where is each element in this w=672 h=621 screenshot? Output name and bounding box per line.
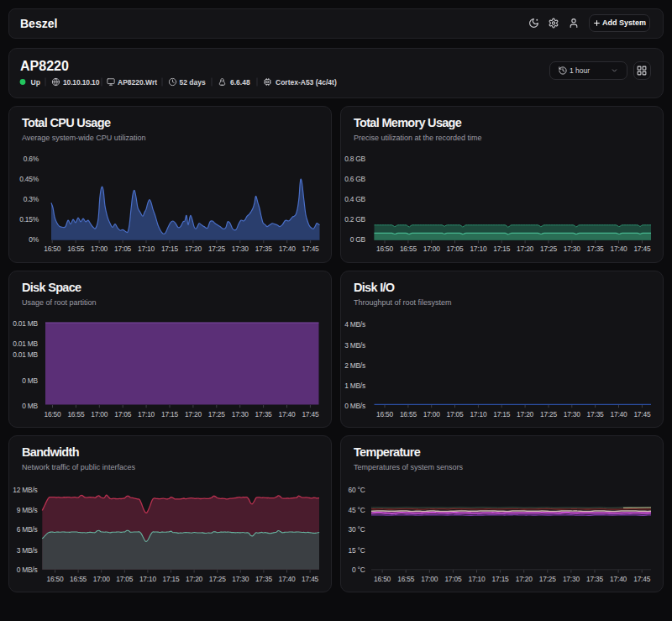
svg-text:17:20: 17:20: [185, 410, 202, 418]
svg-text:17:35: 17:35: [586, 575, 604, 583]
svg-text:16:50: 16:50: [376, 245, 394, 253]
svg-text:17:15: 17:15: [161, 245, 179, 253]
svg-text:17:25: 17:25: [539, 575, 557, 583]
svg-text:17:05: 17:05: [447, 245, 465, 253]
svg-text:17:10: 17:10: [138, 410, 155, 418]
svg-text:0.01 MB: 0.01 MB: [13, 339, 38, 348]
svg-text:0.01 MB: 0.01 MB: [13, 319, 38, 328]
svg-text:16:55: 16:55: [400, 245, 417, 253]
svg-text:17:30: 17:30: [563, 575, 580, 583]
svg-text:16:50: 16:50: [374, 575, 391, 583]
svg-text:0.4 GB: 0.4 GB: [344, 195, 365, 203]
svg-text:15 °C: 15 °C: [348, 546, 365, 555]
svg-text:0.01 MB: 0.01 MB: [13, 350, 38, 359]
svg-text:17:05: 17:05: [447, 410, 465, 418]
svg-text:17:30: 17:30: [232, 245, 249, 253]
svg-text:0.6 GB: 0.6 GB: [344, 175, 365, 183]
svg-text:17:35: 17:35: [587, 410, 605, 418]
svg-text:16:55: 16:55: [400, 410, 417, 418]
svg-text:0 MB: 0 MB: [22, 402, 38, 410]
svg-text:0.3%: 0.3%: [24, 195, 39, 203]
svg-text:17:10: 17:10: [470, 410, 487, 418]
svg-text:0 MB/s: 0 MB/s: [344, 402, 365, 410]
svg-text:30 °C: 30 °C: [348, 525, 365, 534]
svg-text:17:15: 17:15: [161, 410, 179, 418]
svg-text:17:45: 17:45: [302, 245, 320, 253]
svg-text:17:10: 17:10: [470, 245, 487, 253]
svg-text:1 MB/s: 1 MB/s: [344, 382, 365, 390]
svg-text:17:00: 17:00: [93, 575, 111, 583]
svg-text:17:20: 17:20: [186, 575, 203, 583]
svg-text:17:40: 17:40: [611, 410, 628, 418]
svg-text:17:20: 17:20: [516, 575, 533, 583]
svg-text:17:45: 17:45: [633, 410, 651, 418]
svg-text:3 MB/s: 3 MB/s: [17, 546, 38, 555]
svg-text:0%: 0%: [29, 235, 39, 244]
svg-text:17:25: 17:25: [208, 410, 226, 418]
svg-text:17:30: 17:30: [232, 410, 249, 418]
svg-text:0 MB: 0 MB: [22, 376, 38, 385]
svg-text:17:10: 17:10: [138, 245, 155, 253]
svg-text:17:05: 17:05: [116, 575, 134, 583]
svg-text:17:00: 17:00: [91, 245, 108, 253]
svg-text:17:35: 17:35: [587, 245, 605, 253]
svg-text:17:25: 17:25: [540, 410, 558, 418]
svg-text:17:40: 17:40: [279, 245, 297, 253]
svg-text:16:55: 16:55: [67, 245, 85, 253]
svg-text:17:00: 17:00: [91, 410, 108, 418]
svg-text:17:00: 17:00: [423, 410, 441, 418]
svg-text:17:20: 17:20: [517, 410, 534, 418]
svg-text:17:35: 17:35: [255, 410, 273, 418]
svg-text:0.6%: 0.6%: [24, 155, 39, 163]
svg-text:17:30: 17:30: [232, 575, 249, 583]
svg-text:17:05: 17:05: [444, 575, 462, 583]
svg-text:4 MB/s: 4 MB/s: [344, 320, 365, 329]
svg-text:16:55: 16:55: [397, 575, 415, 583]
svg-text:45 °C: 45 °C: [348, 506, 365, 514]
svg-text:17:40: 17:40: [279, 410, 297, 418]
svg-text:17:35: 17:35: [255, 245, 273, 253]
svg-text:16:50: 16:50: [47, 575, 65, 583]
svg-text:17:30: 17:30: [564, 410, 581, 418]
svg-text:17:45: 17:45: [633, 575, 651, 583]
svg-text:0.45%: 0.45%: [19, 175, 39, 183]
svg-text:17:05: 17:05: [114, 410, 132, 418]
svg-text:0 MB/s: 0 MB/s: [17, 566, 38, 574]
svg-text:16:55: 16:55: [67, 410, 85, 418]
svg-text:17:25: 17:25: [540, 245, 558, 253]
svg-text:17:00: 17:00: [421, 575, 438, 583]
svg-text:3 MB/s: 3 MB/s: [344, 341, 365, 350]
svg-text:17:05: 17:05: [114, 245, 132, 253]
svg-text:17:10: 17:10: [139, 575, 157, 583]
svg-text:17:40: 17:40: [610, 575, 627, 583]
svg-text:17:30: 17:30: [564, 245, 581, 253]
svg-text:16:50: 16:50: [45, 410, 62, 418]
svg-text:17:15: 17:15: [493, 245, 511, 253]
svg-text:17:15: 17:15: [493, 410, 511, 418]
svg-text:9 MB/s: 9 MB/s: [17, 506, 38, 514]
svg-text:17:20: 17:20: [185, 245, 202, 253]
svg-text:17:25: 17:25: [209, 575, 227, 583]
svg-text:17:20: 17:20: [517, 245, 534, 253]
svg-text:6 MB/s: 6 MB/s: [17, 525, 38, 534]
svg-text:60 °C: 60 °C: [348, 486, 365, 494]
svg-text:16:50: 16:50: [44, 245, 61, 253]
svg-text:12 MB/s: 12 MB/s: [13, 486, 37, 494]
svg-text:17:45: 17:45: [633, 245, 651, 253]
svg-text:17:35: 17:35: [255, 575, 273, 583]
svg-text:17:10: 17:10: [469, 575, 486, 583]
svg-text:17:25: 17:25: [208, 245, 226, 253]
svg-text:17:15: 17:15: [163, 575, 181, 583]
svg-text:2 MB/s: 2 MB/s: [344, 361, 365, 370]
svg-text:17:45: 17:45: [302, 410, 319, 418]
svg-text:0 °C: 0 °C: [352, 566, 365, 574]
svg-text:17:40: 17:40: [279, 575, 297, 583]
svg-text:16:55: 16:55: [70, 575, 87, 583]
svg-text:17:15: 17:15: [492, 575, 510, 583]
svg-text:0 GB: 0 GB: [350, 235, 366, 244]
svg-text:0.8 GB: 0.8 GB: [344, 155, 365, 163]
svg-text:17:00: 17:00: [423, 245, 441, 253]
svg-text:16:50: 16:50: [376, 410, 394, 418]
svg-text:0.15%: 0.15%: [19, 215, 39, 224]
svg-text:17:45: 17:45: [302, 575, 319, 583]
